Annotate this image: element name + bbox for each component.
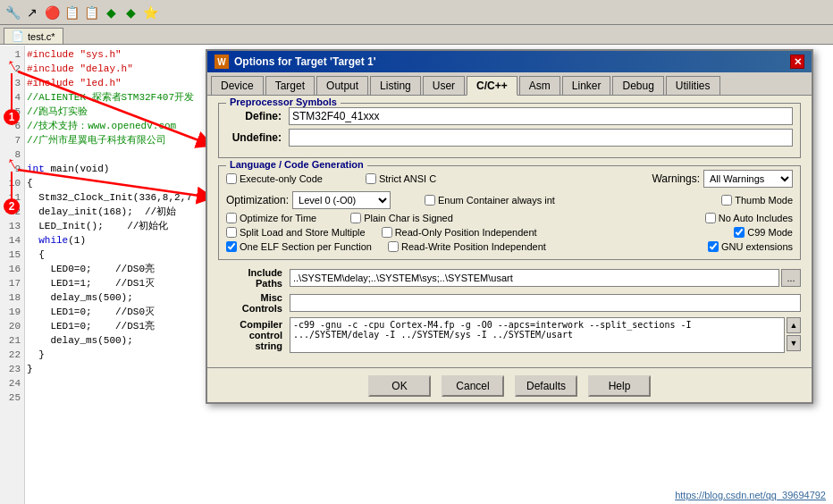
code-line-10: { (27, 176, 215, 190)
file-tab[interactable]: 📄 test.c* (4, 28, 63, 44)
misc-controls-row: MiscControls (218, 292, 801, 314)
code-line-7: //广州市星翼电子科技有限公司 (27, 133, 215, 147)
tab-cpp[interactable]: C/C++ (467, 76, 517, 96)
no-auto-includes-check[interactable] (705, 213, 716, 223)
toolbar-icon-4[interactable]: 📋 (63, 4, 80, 21)
tab-asm[interactable]: Asm (519, 76, 560, 95)
toolbar-icon-2[interactable]: ↗ (23, 4, 41, 21)
toolbar-icon-7[interactable]: ◆ (122, 4, 139, 21)
optimize-time-check[interactable] (226, 213, 237, 223)
toolbar-icon-6[interactable]: ◆ (102, 4, 120, 21)
warnings-label: Warnings: (652, 172, 700, 185)
thumb-mode-opt: Thumb Mode (721, 195, 793, 206)
lang-row-5: One ELF Section per Function Read-Write … (226, 241, 793, 252)
c99-mode-opt: C99 Mode (734, 227, 793, 238)
readwrite-pos-check[interactable] (388, 241, 399, 252)
compiler-row: Compilercontrolstring -c99 -gnu -c -cpu … (218, 317, 801, 353)
compiler-input: -c99 -gnu -c -cpu Cortex-M4.fp -g -O0 --… (290, 317, 785, 353)
one-elf-check[interactable] (226, 241, 237, 252)
tab-user[interactable]: User (423, 76, 465, 95)
code-line-6: //技术支持：www.openedv.com (27, 119, 215, 133)
toolbar-icon-5[interactable]: 📋 (82, 4, 100, 21)
include-paths-input[interactable] (290, 269, 779, 287)
no-auto-includes-label: No Auto Includes (719, 213, 793, 223)
line-num-24: 24 (0, 376, 24, 391)
tab-label: test.c* (28, 31, 55, 42)
define-row: Define: (226, 107, 793, 125)
warnings-select[interactable]: All Warnings (703, 170, 793, 188)
code-line-13: LED_Init(); //初始化 (27, 219, 215, 233)
tab-linker[interactable]: Linker (562, 76, 611, 95)
strict-ansi-check[interactable] (366, 173, 376, 184)
line-num-7: 7 (0, 133, 24, 147)
code-line-24 (27, 376, 215, 391)
code-line-16: LED0=0; //DS0亮 (27, 262, 215, 276)
thumb-mode-label: Thumb Mode (735, 195, 793, 206)
split-load-check[interactable] (226, 227, 237, 238)
tab-target[interactable]: Target (265, 76, 315, 95)
include-paths-row: IncludePaths ... (218, 267, 801, 289)
toolbar-icon-3[interactable]: 🔴 (43, 4, 61, 21)
line-num-20: 20 (0, 319, 24, 333)
c99-mode-check[interactable] (734, 227, 745, 238)
define-input[interactable] (289, 107, 793, 125)
code-line-21: delay_ms(500); (27, 333, 215, 348)
language-label: Language / Code Generation (226, 159, 367, 170)
code-line-12: delay_init(168); //初始 (27, 205, 215, 219)
toolbar: 🔧 ↗ 🔴 📋 📋 ◆ ◆ ⭐ (0, 0, 833, 25)
line-num-23: 23 (0, 362, 24, 376)
toolbar-icon-8[interactable]: ⭐ (141, 4, 159, 21)
lang-row-4: Split Load and Store Multiple Read-Only … (226, 227, 793, 238)
annotation-num-1: 1 (4, 109, 20, 125)
code-line-15: { (27, 248, 215, 262)
optimize-time-label: Optimize for Time (240, 213, 316, 223)
watermark: https://blog.csdn.net/qq_39694792 (675, 490, 826, 500)
defaults-button[interactable]: Defaults (515, 375, 577, 397)
enum-container-label: Enum Container always int (438, 195, 555, 206)
strict-ansi-label: Strict ANSI C (379, 173, 436, 184)
line-num-21: 21 (0, 333, 24, 348)
optimization-label: Optimization: (226, 194, 289, 206)
misc-controls-input[interactable] (290, 294, 801, 312)
scroll-up-btn[interactable]: ▲ (787, 317, 801, 333)
ok-button[interactable]: OK (368, 375, 431, 397)
annotation-num-2: 2 (4, 198, 20, 214)
readonly-pos-check[interactable] (382, 227, 392, 238)
thumb-mode-check[interactable] (721, 195, 732, 206)
line-num-18: 18 (0, 290, 24, 305)
define-label: Define: (226, 110, 289, 122)
dialog-content: Preprocessor Symbols Define: Undefine: L… (207, 96, 812, 364)
dialog-title-icon: W (215, 55, 229, 69)
code-line-3: #include "led.h" (27, 76, 215, 90)
optimization-select[interactable]: Level 0 (-O0) (292, 191, 391, 209)
execute-only-check[interactable] (226, 173, 237, 184)
cancel-button[interactable]: Cancel (442, 375, 504, 397)
code-line-18: delay_ms(500); (27, 290, 215, 305)
code-line-25 (27, 391, 215, 405)
strict-ansi-opt: Strict ANSI C (366, 173, 436, 184)
gnu-ext-check[interactable] (708, 241, 719, 252)
optimization-opt: Optimization: Level 0 (-O0) (226, 191, 391, 209)
one-elf-opt: One ELF Section per Function (226, 241, 372, 252)
tab-utilities[interactable]: Utilities (666, 76, 720, 95)
toolbar-icon-1[interactable]: 🔧 (4, 4, 21, 21)
close-button[interactable]: ✕ (790, 55, 804, 69)
execute-only-opt: Execute-only Code (226, 173, 323, 184)
arrow-up-icon-1: ↑ (4, 55, 21, 74)
lang-row-3: Optimize for Time Plain Char is Signed N… (226, 213, 793, 223)
tab-debug[interactable]: Debug (612, 76, 663, 95)
undefine-input[interactable] (289, 129, 793, 147)
plain-char-check[interactable] (350, 213, 361, 223)
help-button[interactable]: Help (588, 375, 651, 397)
tab-device[interactable]: Device (211, 76, 264, 95)
include-paths-browse[interactable]: ... (781, 269, 801, 287)
arrow-line-1 (11, 73, 13, 109)
compiler-label: Compilercontrolstring (218, 317, 290, 351)
tab-output[interactable]: Output (316, 76, 368, 95)
enum-container-check[interactable] (425, 195, 435, 206)
tab-listing[interactable]: Listing (370, 76, 421, 95)
scroll-down-btn[interactable]: ▼ (787, 335, 801, 351)
plain-char-opt: Plain Char is Signed (350, 213, 453, 223)
code-line-8 (27, 147, 215, 162)
optimize-time-opt: Optimize for Time (226, 213, 316, 223)
